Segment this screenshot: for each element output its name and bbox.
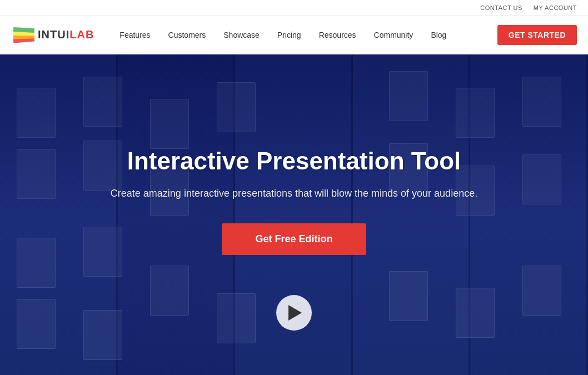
logo[interactable]: INTUILAB	[11, 24, 94, 46]
logo-text: INTUILAB	[38, 28, 94, 41]
nav-features[interactable]: Features	[111, 16, 159, 54]
main-nav: INTUILAB Features Customers Showcase Pri…	[0, 16, 588, 54]
utility-bar: CONTACT US MY ACCOUNT	[0, 0, 588, 16]
nav-blog[interactable]: Blog	[422, 16, 455, 54]
logo-icon	[11, 24, 38, 46]
nav-pricing[interactable]: Pricing	[268, 16, 310, 54]
my-account-link[interactable]: MY ACCOUNT	[534, 4, 577, 11]
nav-community[interactable]: Community	[365, 16, 422, 54]
contact-us-link[interactable]: CONTACT US	[480, 4, 522, 11]
hero-title: Interactive Presentation Tool	[111, 147, 477, 175]
play-video-button[interactable]	[276, 295, 312, 331]
get-started-button[interactable]: GET STARTED	[497, 25, 577, 45]
nav-links: Features Customers Showcase Pricing Reso…	[111, 16, 491, 54]
nav-resources[interactable]: Resources	[310, 16, 365, 54]
nav-customers[interactable]: Customers	[160, 16, 215, 54]
play-icon	[288, 305, 302, 321]
nav-showcase[interactable]: Showcase	[215, 16, 268, 54]
play-button-container	[276, 295, 312, 331]
hero-subtitle: Create amazing interactive presentations…	[111, 186, 477, 201]
hero-section: Interactive Presentation Tool Create ama…	[0, 54, 588, 375]
free-edition-button[interactable]: Get Free Edition	[222, 223, 366, 255]
hero-content: Interactive Presentation Tool Create ama…	[88, 147, 500, 283]
